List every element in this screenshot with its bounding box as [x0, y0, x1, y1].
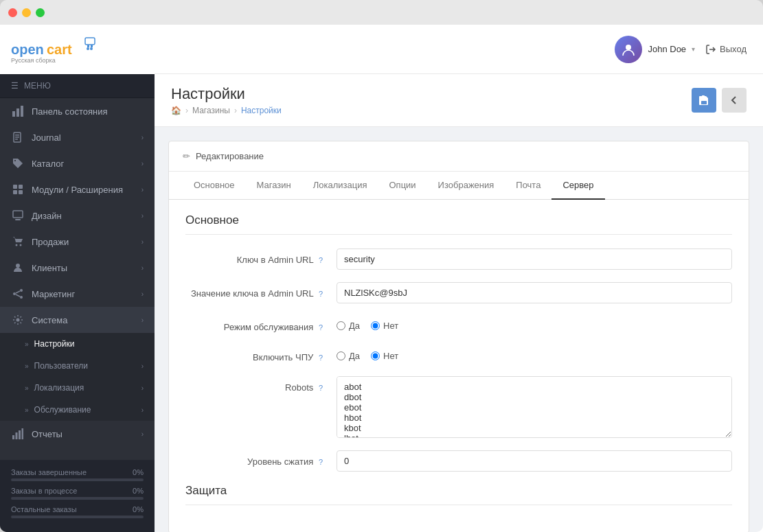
sidebar-item-journal[interactable]: Journal ›	[0, 124, 155, 150]
svg-point-22	[16, 244, 18, 246]
sidebar-label-journal: Journal	[32, 132, 141, 143]
svg-point-25	[20, 289, 23, 292]
close-button[interactable]	[8, 8, 17, 17]
maintenance-no[interactable]: Нет	[371, 321, 398, 331]
field-compression: Уровень сжатия ?	[185, 450, 732, 472]
svg-rect-10	[21, 106, 23, 117]
svg-rect-33	[19, 430, 21, 439]
maximize-button[interactable]	[36, 8, 45, 17]
sidebar-sub-localization[interactable]: » Локализация ›	[0, 377, 155, 399]
save-button[interactable]	[692, 88, 716, 113]
stat-completed: Заказы завершенные 0%	[11, 468, 144, 481]
seo-radio-yes[interactable]	[337, 351, 345, 360]
seo-yes[interactable]: Да	[337, 351, 360, 361]
help-admin-key-value[interactable]: ?	[319, 290, 323, 298]
svg-text:Русская сборка: Русская сборка	[11, 57, 56, 64]
tab-localization[interactable]: Локализация	[302, 172, 378, 200]
logout-button[interactable]: Выход	[706, 44, 747, 54]
sidebar-sub-maintenance[interactable]: » Обслуживание ›	[0, 399, 155, 421]
home-icon: 🏠	[171, 106, 181, 115]
sidebar-item-modules[interactable]: Модули / Расширения ›	[0, 176, 155, 203]
help-maintenance[interactable]: ?	[319, 323, 323, 332]
breadcrumb-current[interactable]: Настройки	[241, 106, 282, 115]
sidebar-item-marketing[interactable]: Маркетинг ›	[0, 281, 155, 307]
user-icon	[11, 262, 25, 273]
titlebar	[0, 0, 763, 25]
svg-rect-20	[13, 211, 23, 218]
gear-icon	[11, 314, 25, 325]
page-title-area: Настройки 🏠 › Магазины › Настройки	[171, 85, 282, 115]
sidebar-item-sales[interactable]: Продажи ›	[0, 229, 155, 255]
users-sub-chevron: ›	[141, 362, 144, 370]
form-section: Основное Ключ в Admin URL ?	[169, 200, 749, 532]
help-compression[interactable]: ?	[319, 458, 323, 466]
help-admin-key[interactable]: ?	[319, 256, 323, 264]
maintenance-radio-yes[interactable]	[337, 321, 345, 330]
svg-rect-21	[15, 219, 21, 220]
tab-mail[interactable]: Почта	[505, 172, 551, 200]
help-seo[interactable]: ?	[319, 354, 323, 362]
svg-point-35	[626, 45, 631, 50]
sidebar-stats: Заказы завершенные 0% Заказы в процессе …	[0, 460, 155, 532]
tab-images[interactable]: Изображения	[427, 172, 505, 200]
tab-options[interactable]: Опции	[378, 172, 426, 200]
sidebar-item-catalog[interactable]: Каталог ›	[0, 150, 155, 176]
stat-other: Остальные заказы 0%	[11, 505, 144, 518]
system-arrow: ›	[141, 316, 144, 324]
marketing-arrow: ›	[141, 290, 144, 298]
sidebar-item-dashboard[interactable]: Панель состояния	[0, 98, 155, 124]
sidebar-item-reports[interactable]: Отчеты ›	[0, 421, 155, 447]
save-icon	[698, 95, 709, 106]
label-maintenance: Режим обслуживания ?	[185, 316, 337, 334]
maintenance-yes[interactable]: Да	[337, 321, 360, 331]
seo-no[interactable]: Нет	[371, 351, 398, 361]
maintenance-sub-arrow: »	[25, 406, 29, 414]
localization-sub-chevron: ›	[141, 384, 144, 392]
maintenance-radio-no[interactable]	[371, 321, 380, 330]
input-robots[interactable]: abot dbot ebot hbot kbot lbot	[337, 376, 732, 438]
breadcrumb-stores: Магазины	[192, 106, 230, 115]
logo-area: open cart Русская сборка	[0, 25, 155, 74]
journal-icon	[11, 132, 25, 143]
sidebar-item-design[interactable]: Дизайн ›	[0, 203, 155, 229]
section-title: Основное	[185, 213, 732, 235]
sales-arrow: ›	[141, 238, 144, 246]
opencart-logo: open cart Русская сборка	[11, 35, 121, 64]
tab-basic[interactable]: Основное	[183, 172, 246, 200]
svg-point-24	[16, 264, 20, 268]
menu-icon: ☰	[11, 81, 19, 91]
tab-server[interactable]: Сервер	[551, 172, 604, 200]
sidebar-item-system[interactable]: Система ›	[0, 307, 155, 333]
field-seo: Включить ЧПУ ? Да Нет	[185, 346, 732, 364]
label-admin-key-value: Значение ключа в Admin URL ?	[185, 282, 337, 300]
sidebar-sub-settings-label: Настройки	[34, 339, 75, 349]
input-admin-key[interactable]	[337, 248, 732, 270]
sidebar-item-clients[interactable]: Клиенты ›	[0, 255, 155, 281]
help-robots[interactable]: ?	[319, 384, 323, 392]
label-compression: Уровень сжатия ?	[185, 450, 337, 468]
logout-icon	[706, 45, 716, 54]
input-compression[interactable]	[337, 450, 732, 472]
cart-icon	[11, 236, 25, 247]
section-title-protection: Защита	[185, 484, 732, 505]
sidebar-sub-users[interactable]: » Пользователи ›	[0, 355, 155, 377]
stat-other-value: 0%	[133, 505, 144, 513]
minimize-button[interactable]	[22, 8, 31, 17]
sidebar-sub-settings[interactable]: » Настройки	[0, 333, 155, 355]
svg-point-23	[20, 244, 22, 246]
label-admin-key: Ключ в Admin URL ?	[185, 248, 337, 266]
page-header: Настройки 🏠 › Магазины › Настройки	[155, 74, 763, 127]
seo-radio-no[interactable]	[371, 351, 380, 360]
user-menu[interactable]: John Doe ▾	[615, 36, 695, 63]
svg-rect-34	[22, 428, 24, 439]
reports-arrow: ›	[141, 430, 144, 438]
tab-store[interactable]: Магазин	[246, 172, 302, 200]
input-admin-key-value[interactable]	[337, 282, 732, 303]
puzzle-icon	[11, 184, 25, 195]
svg-rect-17	[19, 185, 23, 189]
tabs-bar: Основное Магазин Локализация Опции Изобр	[169, 172, 749, 200]
back-button[interactable]	[722, 88, 747, 113]
svg-point-7	[90, 47, 93, 50]
chart-icon	[11, 106, 25, 117]
svg-line-28	[16, 291, 20, 293]
